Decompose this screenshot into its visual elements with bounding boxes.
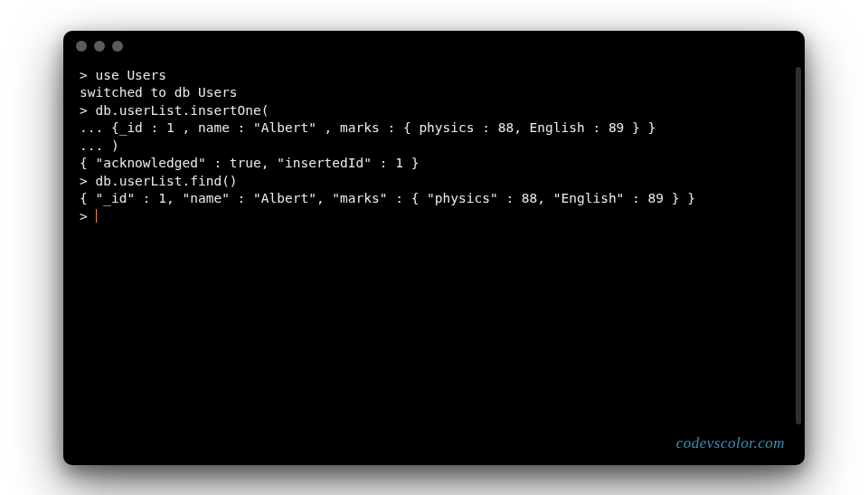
terminal-line: > db.userList.find()	[80, 174, 238, 188]
terminal-line: switched to db Users	[80, 85, 238, 100]
terminal-line: > use Users	[80, 68, 166, 82]
terminal-line: > db.userList.insertOne(	[80, 103, 269, 118]
scrollbar[interactable]	[796, 67, 801, 424]
terminal-line: ... )	[80, 138, 119, 153]
close-icon[interactable]	[76, 41, 87, 52]
terminal-line: ... {_id : 1 , name : "Albert" , marks :…	[80, 120, 656, 135]
terminal-window: > use Users switched to db Users > db.us…	[63, 31, 805, 465]
terminal-line: { "acknowledged" : true, "insertedId" : …	[80, 156, 419, 170]
maximize-icon[interactable]	[112, 41, 123, 52]
titlebar	[63, 31, 805, 62]
terminal-line: { "_id" : 1, "name" : "Albert", "marks" …	[80, 191, 695, 205]
terminal-body[interactable]: > use Users switched to db Users > db.us…	[63, 62, 805, 465]
minimize-icon[interactable]	[94, 41, 105, 52]
cursor-icon	[96, 209, 97, 223]
terminal-prompt: >	[80, 209, 95, 224]
watermark-label: codevscolor.com	[676, 434, 785, 452]
